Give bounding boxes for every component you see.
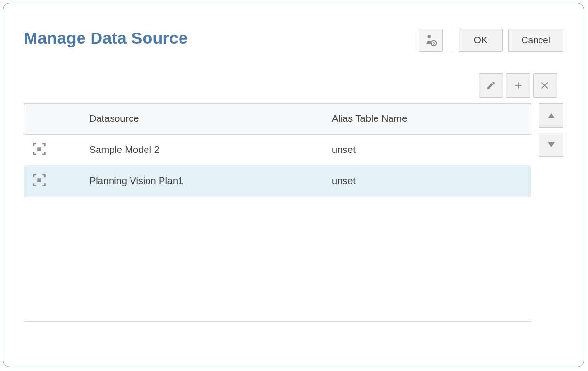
dialog-header: Manage Data Source ? OK Cancel [3,3,584,54]
svg-point-0 [427,35,431,38]
row-alias: unset [325,165,531,196]
reorder-controls [539,103,563,157]
manage-data-source-dialog: Manage Data Source ? OK Cancel [3,3,584,367]
row-alias: unset [325,134,531,165]
plus-icon [513,80,523,91]
user-help-button[interactable]: ? [419,29,443,52]
row-datasource: Sample Model 2 [82,134,325,165]
triangle-down-icon [546,140,556,150]
delete-button[interactable] [533,73,557,98]
svg-rect-4 [37,178,41,182]
svg-rect-3 [37,147,41,151]
table-toolbar [3,54,584,101]
triangle-up-icon [546,111,556,120]
edit-button[interactable] [479,73,503,98]
content-row: Datasource Alias Table Name [3,101,584,334]
table-header-row: Datasource Alias Table Name [24,104,531,134]
table-row[interactable]: Sample Model 2 unset [24,134,531,165]
select-region-icon [31,141,48,157]
user-help-icon: ? [425,34,437,47]
datasource-table: Datasource Alias Table Name [24,104,531,197]
add-button[interactable] [506,73,530,98]
move-down-button[interactable] [539,133,563,157]
row-icon-cell [24,134,82,165]
column-header-icon [24,104,82,134]
table-body: Sample Model 2 unset Plann [24,134,531,196]
select-region-icon [31,172,48,188]
header-separator [451,27,451,54]
dialog-title: Manage Data Source [24,29,188,48]
datasource-table-container: Datasource Alias Table Name [24,103,531,322]
header-button-group: ? OK Cancel [419,27,563,54]
move-up-button[interactable] [539,103,563,128]
table-row[interactable]: Planning Vision Plan1 unset [24,165,531,196]
column-header-datasource: Datasource [82,104,325,134]
svg-text:?: ? [432,41,435,46]
ok-button[interactable]: OK [459,29,503,52]
x-icon [540,80,551,91]
row-icon-cell [24,165,82,196]
pencil-icon [486,80,496,91]
column-header-alias: Alias Table Name [325,104,531,134]
row-datasource: Planning Vision Plan1 [82,165,325,196]
cancel-button[interactable]: Cancel [508,29,563,52]
